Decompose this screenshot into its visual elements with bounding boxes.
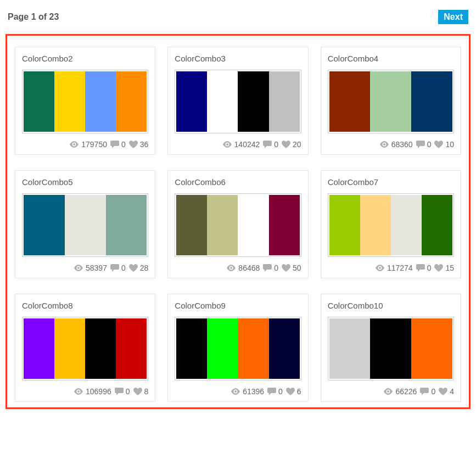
color-swatch[interactable] [176, 71, 207, 132]
views-count: 117274 [387, 264, 413, 272]
swatch-row[interactable] [22, 70, 148, 133]
next-button[interactable]: Next [438, 10, 468, 24]
color-swatch[interactable] [411, 71, 452, 132]
color-swatch[interactable] [360, 195, 391, 255]
comments-stat: 0 [110, 140, 126, 149]
color-swatch[interactable] [269, 71, 300, 132]
swatch-row[interactable] [328, 70, 454, 133]
color-swatch[interactable] [269, 195, 300, 255]
color-swatch[interactable] [329, 318, 371, 379]
comments-count: 0 [427, 140, 432, 149]
likes-count: 50 [293, 264, 301, 272]
combo-title[interactable]: ColorCombo9 [175, 301, 301, 310]
swatch-row[interactable] [175, 317, 301, 380]
views-stat: 61396 [231, 387, 264, 396]
swatch-row[interactable] [328, 317, 454, 380]
comment-icon [267, 388, 276, 395]
color-swatch[interactable] [411, 318, 452, 379]
likes-stat: 10 [434, 140, 454, 149]
views-count: 61396 [243, 387, 264, 396]
color-swatch[interactable] [85, 318, 116, 379]
swatch-row[interactable] [22, 193, 148, 257]
comment-icon [420, 388, 429, 395]
color-swatch[interactable] [329, 195, 360, 255]
comments-stat: 0 [263, 264, 278, 272]
combo-card[interactable]: ColorCombo686468050 [167, 170, 308, 278]
color-swatch[interactable] [24, 195, 65, 255]
eye-icon [375, 265, 385, 271]
views-stat: 140242 [222, 140, 260, 149]
combo-card[interactable]: ColorCombo558397028 [15, 170, 155, 278]
color-swatch[interactable] [370, 318, 411, 379]
comments-stat: 0 [420, 387, 435, 396]
color-swatch[interactable] [269, 318, 300, 379]
swatch-row[interactable] [22, 317, 148, 380]
likes-count: 4 [450, 387, 454, 396]
color-swatch[interactable] [207, 71, 238, 132]
combo-stats: 6139606 [175, 387, 301, 396]
combo-card[interactable]: ColorCombo2179750036 [15, 47, 155, 155]
comments-count: 0 [121, 264, 126, 272]
combo-title[interactable]: ColorCombo7 [328, 177, 454, 187]
combo-title[interactable]: ColorCombo8 [22, 301, 148, 310]
combo-title[interactable]: ColorCombo2 [22, 54, 148, 63]
color-swatch[interactable] [391, 195, 422, 255]
likes-count: 28 [140, 264, 149, 272]
comment-icon [110, 264, 119, 272]
color-swatch[interactable] [54, 71, 85, 132]
views-stat: 179750 [69, 140, 107, 149]
color-swatch[interactable] [116, 318, 147, 379]
combo-card[interactable]: ColorCombo96139606 [167, 294, 308, 402]
combo-title[interactable]: ColorCombo3 [175, 54, 301, 63]
color-swatch[interactable] [24, 318, 54, 379]
views-stat: 117274 [375, 264, 413, 272]
color-swatch[interactable] [238, 71, 268, 132]
eye-icon [74, 265, 83, 271]
svg-point-3 [77, 267, 80, 269]
heart-icon [439, 388, 447, 395]
swatch-row[interactable] [175, 70, 301, 133]
combo-card[interactable]: ColorCombo7117274015 [321, 170, 461, 278]
combo-card[interactable]: ColorCombo810699608 [15, 294, 155, 402]
color-swatch[interactable] [176, 318, 207, 379]
color-swatch[interactable] [65, 195, 106, 255]
color-swatch[interactable] [207, 318, 238, 379]
combo-title[interactable]: ColorCombo4 [328, 54, 454, 63]
color-swatch[interactable] [329, 71, 371, 132]
color-swatch[interactable] [207, 195, 238, 255]
combo-card[interactable]: ColorCombo3140242020 [167, 47, 308, 155]
color-swatch[interactable] [238, 318, 268, 379]
comment-icon [115, 388, 124, 395]
swatch-row[interactable] [175, 193, 301, 257]
color-swatch[interactable] [54, 318, 85, 379]
color-swatch[interactable] [106, 195, 147, 255]
combo-stats: 140242020 [175, 140, 301, 149]
color-swatch[interactable] [116, 71, 147, 132]
color-swatch[interactable] [176, 195, 207, 255]
combo-card[interactable]: ColorCombo106622604 [321, 294, 461, 402]
comments-count: 0 [278, 387, 283, 396]
swatch-row[interactable] [328, 193, 454, 257]
svg-point-0 [73, 143, 75, 145]
combo-title[interactable]: ColorCombo5 [22, 177, 148, 187]
eye-icon [74, 388, 83, 395]
combo-title[interactable]: ColorCombo6 [175, 177, 301, 187]
color-swatch[interactable] [370, 71, 411, 132]
views-count: 58397 [86, 264, 107, 272]
color-swatch[interactable] [238, 195, 268, 255]
likes-count: 36 [140, 140, 149, 149]
svg-point-4 [230, 267, 232, 269]
views-count: 140242 [234, 140, 260, 149]
comment-icon [416, 264, 425, 272]
svg-point-5 [379, 267, 381, 269]
heart-icon [434, 141, 443, 148]
likes-stat: 36 [129, 140, 149, 149]
combo-card[interactable]: ColorCombo468360010 [321, 47, 461, 155]
combo-title[interactable]: ColorCombo10 [328, 301, 454, 310]
svg-point-6 [77, 390, 80, 393]
combo-stats: 58397028 [22, 264, 148, 272]
combo-stats: 6622604 [328, 387, 454, 396]
color-swatch[interactable] [24, 71, 54, 132]
color-swatch[interactable] [422, 195, 452, 255]
color-swatch[interactable] [85, 71, 116, 132]
